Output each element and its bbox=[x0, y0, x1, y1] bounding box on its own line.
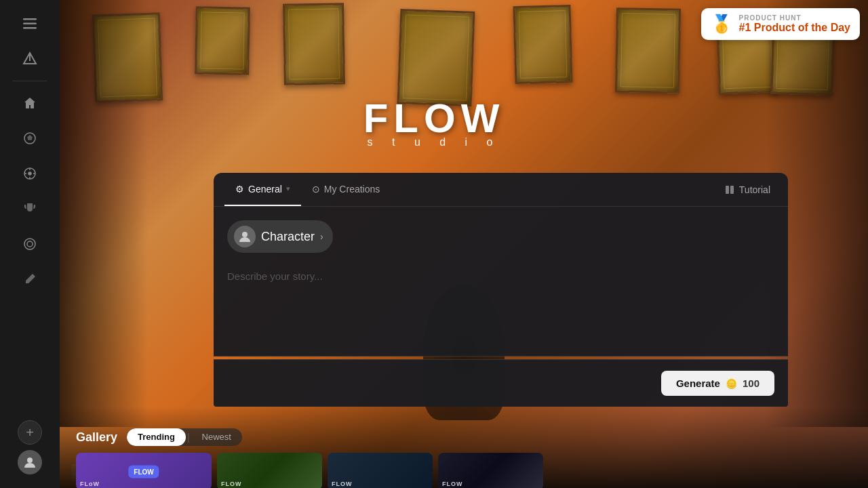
svg-rect-13 bbox=[730, 186, 734, 194]
user-avatar[interactable] bbox=[18, 450, 42, 474]
wall-frame-3 bbox=[283, 3, 345, 85]
ph-text: PRODUCT HUNT #1 Product of the Day bbox=[739, 14, 850, 34]
svg-point-11 bbox=[27, 458, 33, 463]
thumb3-logo: FLOW bbox=[332, 481, 353, 487]
svg-point-8 bbox=[28, 172, 31, 175]
sidebar: + bbox=[0, 0, 60, 488]
gallery-title: Gallery bbox=[76, 430, 117, 445]
tutorial-label: Tutorial bbox=[739, 184, 770, 195]
general-tab-arrow: ▾ bbox=[286, 184, 290, 193]
svg-point-14 bbox=[242, 232, 248, 237]
svg-rect-2 bbox=[23, 27, 37, 29]
tab-my-creations[interactable]: ⊙ My Creations bbox=[301, 173, 391, 206]
gallery-tab-trending[interactable]: Trending bbox=[127, 428, 186, 446]
gallery-thumb-1[interactable]: FLOW FLoW bbox=[76, 453, 212, 488]
gallery-section: Gallery Trending | Newest FLOW FLoW FLOW… bbox=[60, 420, 868, 488]
creations-tab-icon: ⊙ bbox=[312, 184, 320, 195]
gallery-thumb-4[interactable]: FLOW bbox=[438, 453, 543, 488]
pen-icon[interactable] bbox=[15, 264, 45, 294]
story-placeholder: Describe your story... bbox=[227, 270, 774, 282]
gallery-tab-divider: | bbox=[186, 428, 191, 446]
story-input-area[interactable]: Describe your story... bbox=[227, 264, 774, 289]
gallery-header: Gallery Trending | Newest bbox=[71, 420, 857, 453]
medal-icon: 🥇 bbox=[711, 14, 732, 35]
product-hunt-badge[interactable]: 🥇 PRODUCT HUNT #1 Product of the Day bbox=[701, 8, 860, 40]
gallery-thumbnails: FLOW FLoW FLOW FLOW FLOW bbox=[71, 453, 857, 488]
svg-rect-12 bbox=[726, 186, 729, 194]
token-icon[interactable] bbox=[15, 229, 45, 259]
ball-icon[interactable] bbox=[15, 123, 45, 153]
left-shadow bbox=[60, 0, 148, 427]
discord-icon: FLOW bbox=[128, 465, 159, 478]
creations-tab-label: My Creations bbox=[324, 184, 380, 195]
character-selector[interactable]: Character › bbox=[227, 220, 333, 253]
thumb4-logo: FLOW bbox=[442, 481, 463, 487]
ph-label: PRODUCT HUNT bbox=[739, 14, 850, 22]
svg-point-9 bbox=[24, 239, 35, 249]
tutorial-button[interactable]: Tutorial bbox=[717, 180, 777, 199]
tabs-bar: ⚙ General ▾ ⊙ My Creations Tutorial bbox=[214, 173, 788, 207]
credits-icon: 🪙 bbox=[726, 378, 737, 389]
gallery-thumb-2[interactable]: FLOW bbox=[217, 453, 322, 488]
wall-frame-5 bbox=[513, 5, 573, 84]
general-tab-label: General bbox=[248, 184, 282, 195]
sidebar-divider-1 bbox=[13, 81, 47, 81]
gallery-tabs: Trending | Newest bbox=[127, 428, 242, 446]
svg-rect-1 bbox=[23, 23, 37, 25]
gallery-tab-newest[interactable]: Newest bbox=[191, 428, 242, 446]
credits-value: 100 bbox=[743, 378, 760, 389]
gallery-thumb-3[interactable]: FLOW bbox=[328, 453, 433, 488]
generate-label: Generate bbox=[676, 378, 720, 389]
character-arrow: › bbox=[320, 231, 323, 242]
trophy-icon[interactable] bbox=[15, 194, 45, 224]
main-panel: ⚙ General ▾ ⊙ My Creations Tutorial bbox=[214, 173, 788, 357]
ph-title: #1 Product of the Day bbox=[739, 22, 850, 34]
content-area: Character › Describe your story... bbox=[214, 207, 788, 356]
compass-icon[interactable] bbox=[15, 159, 45, 188]
general-tab-icon: ⚙ bbox=[235, 184, 244, 195]
hamburger-icon[interactable] bbox=[15, 9, 45, 39]
panel-separator bbox=[214, 356, 788, 357]
character-avatar bbox=[234, 226, 256, 247]
svg-rect-0 bbox=[23, 18, 37, 20]
sidebar-bottom: + bbox=[18, 420, 42, 481]
logo-mark-icon[interactable] bbox=[15, 44, 45, 74]
wall-frame-4 bbox=[397, 9, 475, 106]
character-label: Character bbox=[261, 230, 315, 244]
generate-area: Generate 🪙 100 bbox=[214, 359, 788, 407]
wall-frame-2 bbox=[195, 6, 250, 75]
svg-marker-6 bbox=[28, 136, 32, 140]
thumb1-logo: FLoW bbox=[80, 481, 100, 487]
wall-frame-6 bbox=[615, 7, 681, 94]
thumb2-logo: FLOW bbox=[221, 481, 242, 487]
generate-button[interactable]: Generate 🪙 100 bbox=[661, 371, 774, 396]
svg-point-10 bbox=[27, 241, 33, 247]
home-icon[interactable] bbox=[15, 88, 45, 118]
add-button[interactable]: + bbox=[18, 420, 42, 445]
tab-general[interactable]: ⚙ General ▾ bbox=[224, 173, 301, 206]
sidebar-top bbox=[13, 7, 47, 420]
